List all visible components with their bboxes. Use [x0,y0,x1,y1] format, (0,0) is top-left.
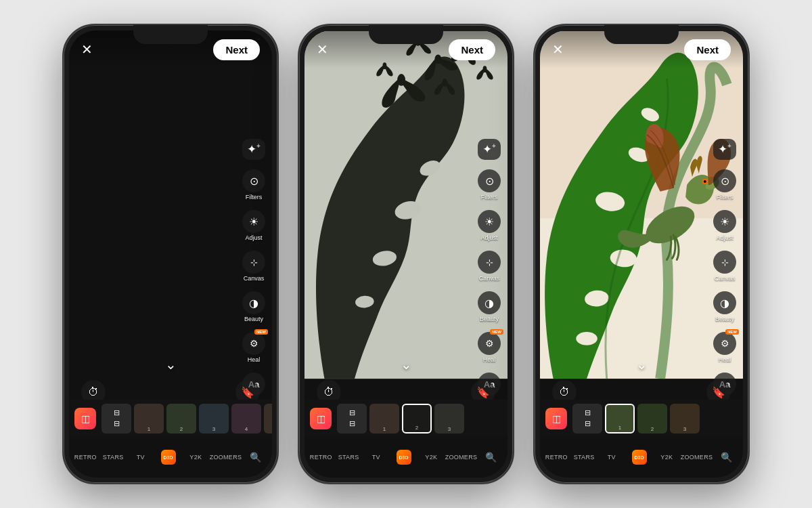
sparkle-tool-2[interactable]: ✦+ [478,139,501,160]
heal-label-1: Heal [248,356,261,363]
cat-tv-label-3: TV [608,454,616,461]
adjust-label-1: Adjust [245,234,262,241]
beauty-tool-1[interactable]: ◑ Beauty [242,291,265,322]
adjust-tool-1[interactable]: ☀ Adjust [242,210,265,241]
filter-sliders-3[interactable]: ⊟ ⊟ [572,404,602,433]
filter-thumb-3-2[interactable]: 2 [637,404,667,433]
cat-zoomers-label-1: ZOOMERS [210,454,242,461]
canvas-tool-3[interactable]: ⊹ Canvas [713,251,736,282]
filter-thumb-2-1[interactable]: 1 [369,404,399,433]
beauty-icon-2: ◑ [478,291,501,314]
cat-y2k-label-1: Y2K [189,454,202,461]
chevron-down-1[interactable]: ⌄ [165,356,177,373]
adjust-tool-3[interactable]: ☀ Adjust [713,210,736,241]
cat-retro-label-2: RETRO [310,454,332,461]
close-button-1[interactable]: ✕ [81,43,93,56]
cat-zoomers-label-2: ZOOMERS [445,454,478,461]
cat-y2k-label-3: Y2K [660,454,673,461]
filter-strip-1: ◫ ⊟ ⊟ 1 2 3 4 [69,400,272,437]
chevron-down-2[interactable]: ⌄ [401,356,412,373]
filters-tool-1[interactable]: ⊙ Filters [242,169,265,200]
canvas-tool-2[interactable]: ⊹ Canvas [478,251,501,282]
cat-stars-1[interactable]: STARS [99,454,127,461]
sparkle-tool-1[interactable]: ✦+ [242,139,265,160]
cat-search-2[interactable]: 🔍 [477,452,505,463]
filter-thumb-3-1[interactable]: 1 [605,404,635,433]
adjust-tool-2[interactable]: ☀ Adjust [478,210,501,241]
cat-zoomers-2[interactable]: ZOOMERS [445,454,478,461]
cat-tv-2[interactable]: TV [362,454,390,461]
cat-zoomers-3[interactable]: ZOOMERS [681,454,713,461]
canvas-tool-1[interactable]: ⊹ Canvas [242,251,265,282]
next-button-1[interactable]: Next [213,39,260,60]
heal-tool-3[interactable]: ⚙ NEW Heal [713,332,736,363]
cat-y2k-1[interactable]: Y2K [182,454,210,461]
cat-y2k-2[interactable]: Y2K [418,454,445,461]
filter-thumb-3-3[interactable]: 3 [670,404,700,433]
filters-tool-2[interactable]: ⊙ Filters [478,169,501,200]
filter-thumb-3[interactable]: 3 [199,404,229,433]
filter-thumb-5[interactable]: 5 [264,404,272,433]
heal-icon-3: ⚙ NEW [713,332,736,355]
beauty-icon-3: ◑ [713,291,736,314]
beauty-tool-2[interactable]: ◑ Beauty [478,291,501,322]
cat-tv-label-2: TV [372,454,380,461]
filters-tool-3[interactable]: ⊙ Filters [713,169,736,200]
canvas-icon-3: ⊹ [713,251,736,274]
filter-thumb-2-3[interactable]: 3 [434,404,464,433]
cat-d3d-1[interactable]: D3D [154,450,182,465]
phone-3-notch [604,25,679,44]
cat-d3d-3[interactable]: D3D [625,450,653,465]
phone-2-notch [369,25,443,44]
cat-zoomers-label-3: ZOOMERS [681,454,713,461]
filter-thumb-4[interactable]: 4 [231,404,261,433]
beauty-label-1: Beauty [244,316,263,322]
phone-3-photo [540,30,743,379]
canvas-icon-2: ⊹ [478,251,501,274]
cat-retro-1[interactable]: RETRO [72,454,99,461]
canvas-label-1: Canvas [244,275,265,282]
phone-3: ✕ Next ✦+ ⊙ Filters ☀ Adjust ⊹ Canvas [533,24,750,484]
cat-retro-3[interactable]: RETRO [543,454,570,461]
heal-label-3: Heal [719,356,731,363]
close-button-3[interactable]: ✕ [552,43,564,56]
filter-sliders-2[interactable]: ⊟ ⊟ [337,404,367,433]
cat-retro-label-3: RETRO [545,454,568,461]
sparkle-tool-3[interactable]: ✦+ [713,139,736,160]
d3d-icon-3: D3D [632,450,647,465]
cat-zoomers-1[interactable]: ZOOMERS [210,454,242,461]
heal-label-2: Heal [483,356,496,363]
app-icon-1: ◫ [74,408,96,429]
cat-retro-2[interactable]: RETRO [307,454,335,461]
cat-d3d-2[interactable]: D3D [390,450,418,465]
filter-sliders-1[interactable]: ⊟ ⊟ [102,404,131,433]
heal-tool-1[interactable]: ⚙ NEW Heal [242,332,265,363]
cat-search-3[interactable]: 🔍 [713,452,740,463]
next-button-2[interactable]: Next [449,39,495,60]
cat-tv-3[interactable]: TV [597,454,625,461]
svg-rect-23 [304,31,508,379]
filter-thumb-1[interactable]: 1 [134,404,164,433]
canvas-icon-1: ⊹ [242,251,265,274]
cat-search-1[interactable]: 🔍 [242,452,269,463]
cat-retro-label-1: RETRO [74,454,97,461]
filter-thumb-2[interactable]: 2 [166,404,196,433]
svg-point-30 [576,332,597,345]
filter-thumb-2-2[interactable]: 2 [402,404,432,433]
adjust-label-2: Adjust [480,234,497,241]
close-button-2[interactable]: ✕ [317,43,328,56]
beauty-tool-3[interactable]: ◑ Beauty [713,291,736,322]
search-icon-3: 🔍 [721,452,732,463]
cat-stars-label-1: STARS [103,454,124,461]
cat-y2k-3[interactable]: Y2K [653,454,681,461]
filters-icon-1: ⊙ [242,169,265,192]
cat-stars-2[interactable]: STARS [335,454,363,461]
next-button-3[interactable]: Next [684,39,731,60]
app-icon-3: ◫ [545,408,567,429]
chevron-down-3[interactable]: ⌄ [636,356,648,373]
cat-stars-3[interactable]: STARS [570,454,598,461]
cat-stars-label-2: STARS [338,454,359,461]
heal-tool-2[interactable]: ⚙ NEW Heal [478,332,501,363]
cat-tv-1[interactable]: TV [127,454,154,461]
filters-label-3: Filters [717,194,734,200]
